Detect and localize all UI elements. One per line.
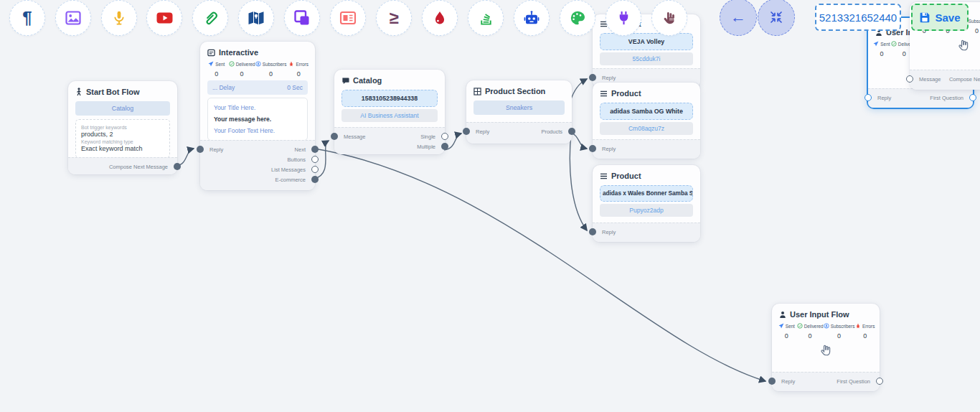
port-multiple[interactable]: [441, 143, 448, 150]
toolbar-location-button[interactable]: [238, 0, 274, 36]
catalog-id-box[interactable]: 1583105238944338: [341, 90, 438, 107]
menu-lines-icon: [600, 90, 608, 97]
port-label: Message: [919, 76, 941, 83]
hand-pointer-icon: [957, 39, 970, 52]
node-footer: Reply First Question: [868, 88, 973, 108]
node-interactive[interactable]: Interactive Sent0 Delivered0 Subscribers…: [200, 42, 315, 190]
node-header: User Input Flow: [772, 304, 880, 322]
subscribers-icon: [824, 323, 829, 329]
product-name-box[interactable]: VEJA Volley: [600, 33, 693, 50]
port-reply[interactable]: [864, 94, 872, 101]
toolbar-sequence-button[interactable]: [468, 0, 504, 36]
hand-pointer-icon: [819, 344, 832, 357]
flow-canvas[interactable]: { "toolbar": { "icons": [ {"name":"pilcr…: [0, 0, 980, 412]
node-footer: Reply: [593, 139, 700, 159]
palette-icon: [569, 9, 586, 27]
delay-label: ... Delay: [212, 84, 235, 91]
node-product-3[interactable]: Product adidas x Wales Bonner Samba Sue …: [593, 165, 700, 242]
stat-value: 0: [255, 70, 287, 78]
delivered-icon: [891, 41, 897, 47]
message-preview-box[interactable]: Your Title Here. Your message here. Your…: [207, 98, 308, 141]
port-first-question[interactable]: [969, 94, 976, 101]
greater-equal-icon: ≥: [389, 9, 398, 27]
port-reply[interactable]: [589, 228, 596, 235]
back-button[interactable]: ←: [720, 0, 757, 36]
toolbar-text-button[interactable]: ¶: [9, 0, 45, 36]
wire-products-to-product-2: [571, 133, 587, 149]
node-product-section[interactable]: Product Section Sneakers Reply Products: [466, 80, 572, 144]
node-start-bot-flow[interactable]: Start Bot Flow Catalog Bot trigger keywo…: [68, 81, 177, 174]
sent-icon: [873, 41, 879, 47]
toolbar-plugin-button[interactable]: [606, 0, 641, 36]
toolbar-newsletter-button[interactable]: [330, 0, 366, 36]
port-label: Next: [295, 146, 306, 153]
save-button[interactable]: Save: [911, 4, 969, 31]
port-reply[interactable]: [768, 378, 776, 385]
toolbar-user-input-button[interactable]: [651, 0, 687, 36]
port-reply[interactable]: [197, 146, 204, 153]
node-header: Product Section: [466, 80, 572, 98]
port-label: Compose Next Message: [109, 164, 168, 170]
phone-number-box[interactable]: 5213321652440: [815, 4, 901, 31]
port-products[interactable]: [568, 128, 575, 135]
product-id-pill[interactable]: Pupyoz2adp: [600, 204, 693, 217]
port-list-messages[interactable]: [311, 166, 319, 173]
toolbar-drip-button[interactable]: [422, 0, 458, 36]
toolbar-image-button[interactable]: [55, 0, 91, 36]
start-flow-type-pill[interactable]: Catalog: [75, 101, 170, 116]
port-reply[interactable]: [589, 145, 596, 152]
node-product-2[interactable]: Product adidas Samba OG White Cm08aqzu7z…: [593, 83, 700, 159]
toolbar-template-button[interactable]: [560, 0, 595, 36]
port-message[interactable]: [906, 75, 913, 83]
image-icon: [65, 9, 82, 27]
port-label: Reply: [602, 229, 616, 235]
toolbar-condition-button[interactable]: ≥: [376, 0, 412, 36]
node-user-input-flow[interactable]: User Input Flow Sent0 Delivered0 Subscri…: [772, 304, 880, 391]
map-icon: [248, 10, 265, 26]
port-first-question[interactable]: [876, 378, 883, 385]
assistant-pill[interactable]: AI Business Assistant: [341, 109, 438, 122]
section-name-pill[interactable]: Sneakers: [473, 100, 565, 115]
product-name-box[interactable]: adidas Samba OG White: [600, 103, 693, 120]
node-catalog[interactable]: Catalog 1583105238944338 AI Business Ass…: [334, 70, 445, 154]
port-ecommerce[interactable]: [311, 176, 319, 183]
newsletter-icon: [339, 9, 357, 27]
trigger-settings-box[interactable]: Bot trigger keywords products, 2 Keyword…: [75, 119, 170, 158]
youtube-icon: [156, 10, 174, 26]
port-label: Single: [420, 134, 435, 140]
toolbar-audio-button[interactable]: [101, 0, 137, 36]
product-id-pill[interactable]: Cm08aqzu7z: [600, 122, 693, 135]
port-label: Buttons: [288, 156, 306, 163]
toolbar-video-button[interactable]: [146, 0, 182, 36]
node-title: Interactive: [219, 48, 258, 57]
pilcrow-icon: ¶: [22, 9, 32, 27]
port-label: Reply: [781, 378, 795, 385]
toolbar-bot-button[interactable]: [514, 0, 550, 36]
stack-icon: [478, 10, 494, 27]
delay-setting[interactable]: ... Delay 0 Sec: [207, 80, 308, 95]
back-arrow-icon: ←: [730, 9, 746, 25]
product-name-box[interactable]: adidas x Wales Bonner Samba Sue: [600, 185, 693, 202]
node-header: Product: [593, 83, 700, 100]
port-reply[interactable]: [463, 128, 470, 135]
toolbar-file-button[interactable]: [192, 0, 228, 36]
delivered-icon: [797, 323, 803, 329]
port-message[interactable]: [331, 133, 338, 140]
fit-view-button[interactable]: [758, 0, 795, 36]
port-single[interactable]: [441, 133, 448, 140]
tap-hint: [910, 34, 980, 56]
product-id-pill[interactable]: 55cdduk7i: [600, 52, 693, 65]
paperclip-icon: [202, 9, 219, 27]
toolbar-gallery-button[interactable]: [284, 0, 320, 36]
node-title: Product: [611, 89, 641, 98]
port-buttons[interactable]: [311, 156, 319, 163]
robot-icon: [523, 10, 540, 27]
node-footer: Reply Next Buttons List Messages E-comme…: [200, 140, 315, 190]
hand-pointer-icon: [661, 10, 677, 26]
port-next[interactable]: [311, 146, 319, 153]
port-reply[interactable]: [589, 74, 596, 81]
phone-number: 5213321652440: [819, 11, 897, 24]
stats-row: Sent0 Delivered0 Subscribers0 Errors0: [772, 322, 880, 340]
gallery-icon: [293, 9, 311, 27]
port-compose-next-message[interactable]: [174, 163, 181, 170]
